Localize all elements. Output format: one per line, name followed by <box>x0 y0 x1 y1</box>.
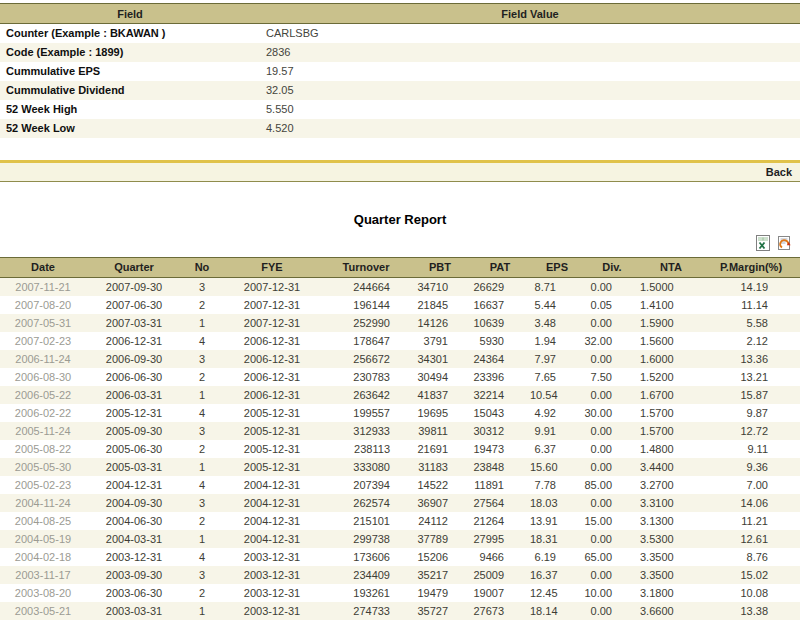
cell-fye: 2004-12-31 <box>222 476 322 494</box>
field-row: Cummulative Dividend32.05 <box>0 81 800 100</box>
cell-pat: 25009 <box>470 566 530 584</box>
cell-no: 2 <box>182 296 222 314</box>
cell-nta: 3.5300 <box>640 530 702 548</box>
excel-export-icon[interactable] <box>755 235 771 251</box>
cell-nta: 3.4400 <box>640 458 702 476</box>
table-row: 2007-02-232006-12-3142006-12-31178647379… <box>0 332 800 350</box>
cell-quarter: 2005-03-31 <box>86 458 182 476</box>
cell-eps: 13.91 <box>530 512 584 530</box>
toolbar-icons <box>0 227 800 255</box>
cell-div: 15.00 <box>584 512 640 530</box>
column-header-eps: EPS <box>530 257 584 277</box>
cell-div: 85.00 <box>584 476 640 494</box>
field-row: 52 Week Low4.520 <box>0 119 800 138</box>
cell-p-margin: 9.36 <box>702 458 800 476</box>
cell-nta: 3.3500 <box>640 566 702 584</box>
cell-date: 2006-08-30 <box>0 368 86 386</box>
cell-div: 0.00 <box>584 602 640 620</box>
cell-p-margin: 15.87 <box>702 386 800 404</box>
cell-fye: 2004-12-31 <box>222 512 322 530</box>
cell-div: 65.00 <box>584 548 640 566</box>
cell-turnover: 274733 <box>322 602 410 620</box>
cell-turnover: 299738 <box>322 530 410 548</box>
cell-no: 3 <box>182 566 222 584</box>
field-row: Counter (Example : BKAWAN )CARLSBG <box>0 24 800 43</box>
cell-pat: 5930 <box>470 332 530 350</box>
cell-pbt: 34301 <box>410 350 470 368</box>
cell-turnover: 244664 <box>322 277 410 296</box>
cell-div: 0.00 <box>584 350 640 368</box>
cell-no: 1 <box>182 602 222 620</box>
cell-eps: 1.94 <box>530 332 584 350</box>
cell-eps: 8.71 <box>530 277 584 296</box>
cell-nta: 1.6700 <box>640 386 702 404</box>
cell-pat: 23396 <box>470 368 530 386</box>
field-value: 5.550 <box>260 100 800 119</box>
cell-pbt: 31183 <box>410 458 470 476</box>
cell-nta: 3.6600 <box>640 602 702 620</box>
back-button[interactable]: Back <box>766 166 792 178</box>
cell-pbt: 30494 <box>410 368 470 386</box>
cell-pbt: 35217 <box>410 566 470 584</box>
cell-div: 0.05 <box>584 296 640 314</box>
cell-no: 3 <box>182 422 222 440</box>
cell-pbt: 35727 <box>410 602 470 620</box>
cell-date: 2007-08-20 <box>0 296 86 314</box>
cell-eps: 7.78 <box>530 476 584 494</box>
cell-fye: 2003-12-31 <box>222 548 322 566</box>
cell-date: 2003-11-17 <box>0 566 86 584</box>
column-header-p-margin: P.Margin(%) <box>702 257 800 277</box>
cell-date: 2004-08-25 <box>0 512 86 530</box>
cell-quarter: 2004-09-30 <box>86 494 182 512</box>
cell-div: 7.50 <box>584 368 640 386</box>
cell-date: 2006-11-24 <box>0 350 86 368</box>
cell-eps: 5.44 <box>530 296 584 314</box>
field-value: CARLSBG <box>260 24 800 43</box>
cell-pbt: 24112 <box>410 512 470 530</box>
field-value: 4.520 <box>260 119 800 138</box>
cell-p-margin: 14.19 <box>702 277 800 296</box>
cell-date: 2005-11-24 <box>0 422 86 440</box>
cell-fye: 2005-12-31 <box>222 404 322 422</box>
cell-eps: 18.14 <box>530 602 584 620</box>
table-row: 2004-02-182003-12-3142003-12-31173606152… <box>0 548 800 566</box>
cell-div: 0.00 <box>584 494 640 512</box>
cell-p-margin: 7.00 <box>702 476 800 494</box>
cell-fye: 2005-12-31 <box>222 458 322 476</box>
cell-turnover: 238113 <box>322 440 410 458</box>
cell-nta: 1.5200 <box>640 368 702 386</box>
cell-div: 32.00 <box>584 332 640 350</box>
table-row: 2003-08-202003-06-3022003-12-31193261194… <box>0 584 800 602</box>
cell-fye: 2006-12-31 <box>222 350 322 368</box>
field-label: Code (Example : 1899) <box>0 43 260 62</box>
table-row: 2005-08-222005-06-3022005-12-31238113216… <box>0 440 800 458</box>
cell-fye: 2003-12-31 <box>222 584 322 602</box>
cell-pbt: 15206 <box>410 548 470 566</box>
table-row: 2006-08-302006-06-3022006-12-31230783304… <box>0 368 800 386</box>
print-icon[interactable] <box>776 235 792 251</box>
cell-pbt: 34710 <box>410 277 470 296</box>
cell-turnover: 312933 <box>322 422 410 440</box>
column-header-fye: FYE <box>222 257 322 277</box>
table-row: 2004-05-192004-03-3112004-12-31299738377… <box>0 530 800 548</box>
cell-date: 2005-05-30 <box>0 458 86 476</box>
cell-fye: 2007-12-31 <box>222 314 322 332</box>
cell-pat: 27995 <box>470 530 530 548</box>
cell-date: 2006-02-22 <box>0 404 86 422</box>
cell-eps: 18.03 <box>530 494 584 512</box>
cell-div: 0.00 <box>584 277 640 296</box>
field-label: 52 Week High <box>0 100 260 119</box>
cell-div: 0.00 <box>584 530 640 548</box>
cell-pat: 9466 <box>470 548 530 566</box>
page: Field Field Value Counter (Example : BKA… <box>0 3 800 620</box>
cell-pat: 26629 <box>470 277 530 296</box>
cell-date: 2006-05-22 <box>0 386 86 404</box>
cell-no: 1 <box>182 386 222 404</box>
cell-no: 1 <box>182 314 222 332</box>
field-value-column-header: Field Value <box>260 4 800 24</box>
cell-eps: 6.19 <box>530 548 584 566</box>
cell-date: 2005-08-22 <box>0 440 86 458</box>
cell-fye: 2007-12-31 <box>222 296 322 314</box>
cell-pat: 15043 <box>470 404 530 422</box>
field-table-header-row: Field Field Value <box>0 4 800 24</box>
